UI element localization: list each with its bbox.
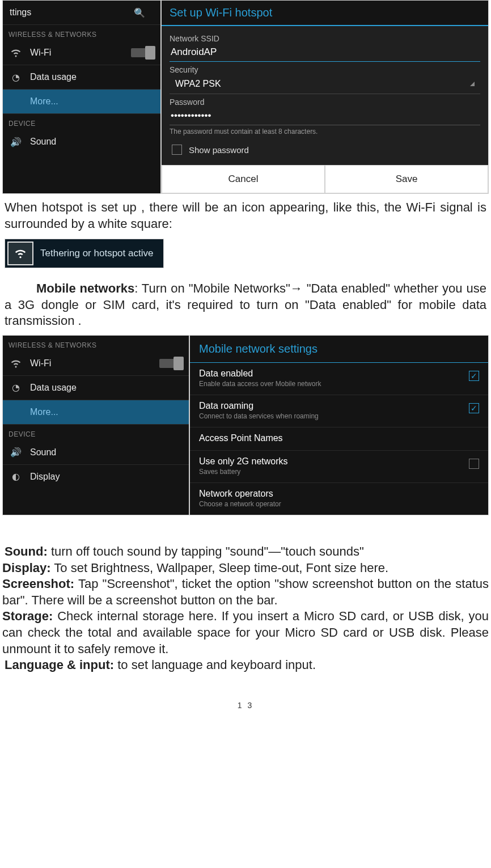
data-usage-label: Data usage — [30, 72, 77, 82]
show-password-label: Show password — [189, 145, 249, 155]
data-usage-icon: ◔ — [10, 71, 22, 83]
display-text: To set Brightness, Wallpaper, Sleep time… — [51, 561, 389, 575]
wifi-label-2: Wi-Fi — [30, 358, 51, 369]
wifi-label: Wi-Fi — [30, 48, 51, 58]
more-label-2: More... — [30, 407, 58, 417]
use-2g-checkbox[interactable]: ✓ — [469, 459, 479, 469]
network-operators-sub: Choose a network operator — [199, 500, 281, 508]
sound-paragraph: Sound: turn off touch sound by tapping "… — [5, 544, 486, 560]
section-header-wireless-2: WIRELESS & NETWORKS — [3, 336, 189, 352]
storage-bold: Storage: — [2, 609, 53, 623]
language-paragraph: Language & input: to set language and ke… — [5, 657, 486, 674]
hotspot-icon — [7, 242, 33, 265]
dropdown-icon — [470, 82, 475, 86]
apn-label: Access Point Names — [199, 433, 283, 443]
data-roaming-sub: Connect to data services when roaming — [199, 412, 319, 420]
display-paragraph: Display: To set Brightness, Wallpaper, S… — [2, 560, 489, 577]
section-header-wireless: WIRELESS & NETWORKS — [3, 25, 160, 41]
hotspot-dialog: Set up Wi-Fi hotspot Network SSID Securi… — [161, 0, 489, 194]
storage-text: Check internal storage here. If you inse… — [2, 609, 489, 655]
network-operators-label: Network operators — [199, 489, 281, 499]
data-usage-row[interactable]: ◔ Data usage — [3, 65, 160, 90]
sound-icon: 🔊 — [10, 136, 22, 148]
mobile-networks-bold: Mobile networks — [36, 281, 134, 295]
use-2g-sub: Saves battery — [199, 468, 288, 476]
body-paragraph-2: Mobile networks: Turn on "Mobile Network… — [5, 281, 486, 329]
mobile-network-settings: Mobile network settings Data enabled Ena… — [189, 335, 489, 515]
more-row[interactable]: More... — [3, 90, 160, 114]
more-label: More... — [30, 96, 58, 107]
ssid-label: Network SSID — [170, 34, 480, 43]
cancel-button[interactable]: Cancel — [162, 165, 325, 193]
screenshot-text: Tap "Screenshot", ticket the option "sho… — [2, 577, 489, 607]
section-header-device: DEVICE — [3, 114, 160, 130]
apn-row[interactable]: Access Point Names — [190, 427, 488, 451]
mns-title: Mobile network settings — [190, 336, 488, 363]
screenshot-paragraph: Screenshot: Tap "Screenshot", ticket the… — [2, 576, 489, 608]
notification-text: Tethering or hotspot active — [36, 248, 163, 259]
hotspot-notification: Tethering or hotspot active — [5, 239, 164, 268]
wifi-row-2[interactable]: Wi-Fi — [3, 352, 189, 376]
data-roaming-checkbox[interactable]: ✓ — [469, 403, 479, 413]
use-2g-label: Use only 2G networks — [199, 456, 288, 467]
security-label: Security — [170, 65, 480, 74]
display-bold: Display: — [2, 561, 51, 575]
wifi-icon — [10, 46, 22, 59]
data-roaming-label: Data roaming — [199, 401, 319, 411]
dialog-title: Set up Wi-Fi hotspot — [162, 1, 488, 26]
network-operators-row[interactable]: Network operators Choose a network opera… — [190, 483, 488, 515]
settings-panel-left: ttings 🔍 WIRELESS & NETWORKS Wi-Fi ◔ Dat… — [2, 0, 161, 194]
display-label: Display — [30, 472, 60, 482]
password-label: Password — [170, 98, 480, 107]
sound-label: Sound — [30, 137, 56, 147]
storage-paragraph: Storage: Check internal storage here. If… — [2, 608, 489, 657]
language-bold: Language & input: — [5, 658, 114, 672]
settings-panel-left-2: WIRELESS & NETWORKS Wi-Fi ◔ Data usage M… — [2, 335, 189, 515]
data-enabled-row[interactable]: Data enabled Enable data access over Mob… — [190, 363, 488, 395]
display-row[interactable]: ◐ Display — [3, 465, 189, 489]
data-enabled-sub: Enable data access over Mobile network — [199, 380, 321, 388]
language-text: to set language and keyboard input. — [114, 658, 316, 672]
wifi-toggle-2[interactable] — [159, 359, 182, 368]
data-usage-row-2[interactable]: ◔ Data usage — [3, 376, 189, 400]
show-password-row[interactable]: Show password — [170, 141, 480, 160]
wifi-toggle[interactable] — [131, 48, 154, 57]
blank-icon — [10, 95, 22, 108]
data-usage-icon: ◔ — [10, 382, 22, 394]
save-button[interactable]: Save — [325, 165, 488, 193]
screenshot-bold: Screenshot: — [2, 577, 74, 591]
sound-row-2[interactable]: 🔊 Sound — [3, 441, 189, 465]
sound-label-2: Sound — [30, 447, 56, 458]
sound-row[interactable]: 🔊 Sound — [3, 130, 160, 154]
titlebar: ttings 🔍 — [3, 1, 160, 25]
password-help-text: The password must contain at least 8 cha… — [170, 125, 480, 141]
more-row-2[interactable]: More... — [3, 400, 189, 425]
security-value: WPA2 PSK — [175, 79, 221, 89]
data-enabled-label: Data enabled — [199, 369, 321, 379]
data-roaming-row[interactable]: Data roaming Connect to data services wh… — [190, 395, 488, 427]
title-fragment: ttings — [10, 7, 31, 18]
section-header-device-2: DEVICE — [3, 425, 189, 441]
wifi-icon — [10, 357, 22, 370]
search-icon[interactable]: 🔍 — [133, 6, 146, 19]
ssid-input[interactable] — [170, 43, 480, 62]
blank-icon — [10, 406, 22, 418]
sound-bold: Sound: — [5, 544, 48, 558]
security-select[interactable]: WPA2 PSK — [170, 74, 480, 94]
password-input[interactable] — [170, 107, 480, 125]
wifi-row[interactable]: Wi-Fi — [3, 41, 160, 65]
page-number: 1 3 — [2, 701, 489, 710]
sound-icon: 🔊 — [10, 446, 22, 459]
data-usage-label-2: Data usage — [30, 383, 77, 393]
data-enabled-checkbox[interactable]: ✓ — [469, 371, 479, 381]
use-2g-row[interactable]: Use only 2G networks Saves battery ✓ — [190, 451, 488, 483]
display-icon: ◐ — [10, 471, 22, 483]
show-password-checkbox[interactable] — [172, 145, 182, 155]
sound-text: turn off touch sound by tapping "sound"—… — [48, 544, 364, 558]
body-paragraph-1: When hotspot is set up , there will be a… — [5, 200, 486, 232]
